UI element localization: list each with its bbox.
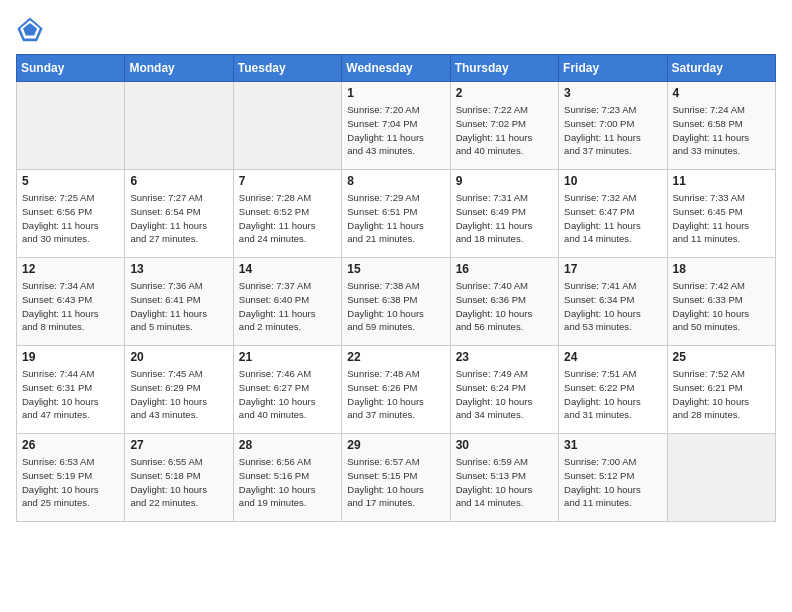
day-number: 3 [564,86,661,100]
calendar-cell: 15Sunrise: 7:38 AM Sunset: 6:38 PM Dayli… [342,258,450,346]
day-number: 15 [347,262,444,276]
week-row-2: 5Sunrise: 7:25 AM Sunset: 6:56 PM Daylig… [17,170,776,258]
day-number: 22 [347,350,444,364]
day-info: Sunrise: 7:36 AM Sunset: 6:41 PM Dayligh… [130,279,227,334]
day-info: Sunrise: 7:38 AM Sunset: 6:38 PM Dayligh… [347,279,444,334]
day-number: 28 [239,438,336,452]
day-number: 19 [22,350,119,364]
day-number: 29 [347,438,444,452]
day-info: Sunrise: 7:44 AM Sunset: 6:31 PM Dayligh… [22,367,119,422]
calendar-cell [125,82,233,170]
column-header-tuesday: Tuesday [233,55,341,82]
column-header-saturday: Saturday [667,55,775,82]
calendar-cell: 26Sunrise: 6:53 AM Sunset: 5:19 PM Dayli… [17,434,125,522]
day-info: Sunrise: 7:42 AM Sunset: 6:33 PM Dayligh… [673,279,770,334]
calendar-cell: 12Sunrise: 7:34 AM Sunset: 6:43 PM Dayli… [17,258,125,346]
column-header-sunday: Sunday [17,55,125,82]
day-number: 12 [22,262,119,276]
day-number: 21 [239,350,336,364]
day-info: Sunrise: 7:40 AM Sunset: 6:36 PM Dayligh… [456,279,553,334]
calendar-cell: 25Sunrise: 7:52 AM Sunset: 6:21 PM Dayli… [667,346,775,434]
day-number: 6 [130,174,227,188]
day-number: 31 [564,438,661,452]
day-number: 30 [456,438,553,452]
day-number: 25 [673,350,770,364]
calendar-cell: 3Sunrise: 7:23 AM Sunset: 7:00 PM Daylig… [559,82,667,170]
day-info: Sunrise: 7:49 AM Sunset: 6:24 PM Dayligh… [456,367,553,422]
day-number: 2 [456,86,553,100]
day-number: 24 [564,350,661,364]
day-info: Sunrise: 7:46 AM Sunset: 6:27 PM Dayligh… [239,367,336,422]
calendar-cell: 16Sunrise: 7:40 AM Sunset: 6:36 PM Dayli… [450,258,558,346]
calendar-cell [667,434,775,522]
column-header-wednesday: Wednesday [342,55,450,82]
week-row-3: 12Sunrise: 7:34 AM Sunset: 6:43 PM Dayli… [17,258,776,346]
day-info: Sunrise: 7:28 AM Sunset: 6:52 PM Dayligh… [239,191,336,246]
calendar-cell: 23Sunrise: 7:49 AM Sunset: 6:24 PM Dayli… [450,346,558,434]
day-info: Sunrise: 7:22 AM Sunset: 7:02 PM Dayligh… [456,103,553,158]
week-row-4: 19Sunrise: 7:44 AM Sunset: 6:31 PM Dayli… [17,346,776,434]
calendar-cell: 22Sunrise: 7:48 AM Sunset: 6:26 PM Dayli… [342,346,450,434]
day-info: Sunrise: 7:24 AM Sunset: 6:58 PM Dayligh… [673,103,770,158]
calendar-cell: 29Sunrise: 6:57 AM Sunset: 5:15 PM Dayli… [342,434,450,522]
day-info: Sunrise: 7:41 AM Sunset: 6:34 PM Dayligh… [564,279,661,334]
day-number: 14 [239,262,336,276]
calendar-cell: 7Sunrise: 7:28 AM Sunset: 6:52 PM Daylig… [233,170,341,258]
day-info: Sunrise: 6:56 AM Sunset: 5:16 PM Dayligh… [239,455,336,510]
day-number: 10 [564,174,661,188]
page-header [16,16,776,44]
day-info: Sunrise: 7:48 AM Sunset: 6:26 PM Dayligh… [347,367,444,422]
calendar-cell: 20Sunrise: 7:45 AM Sunset: 6:29 PM Dayli… [125,346,233,434]
day-info: Sunrise: 7:45 AM Sunset: 6:29 PM Dayligh… [130,367,227,422]
day-info: Sunrise: 7:25 AM Sunset: 6:56 PM Dayligh… [22,191,119,246]
day-info: Sunrise: 7:23 AM Sunset: 7:00 PM Dayligh… [564,103,661,158]
day-info: Sunrise: 6:55 AM Sunset: 5:18 PM Dayligh… [130,455,227,510]
week-row-1: 1Sunrise: 7:20 AM Sunset: 7:04 PM Daylig… [17,82,776,170]
calendar-cell: 11Sunrise: 7:33 AM Sunset: 6:45 PM Dayli… [667,170,775,258]
calendar-cell: 9Sunrise: 7:31 AM Sunset: 6:49 PM Daylig… [450,170,558,258]
calendar-cell: 24Sunrise: 7:51 AM Sunset: 6:22 PM Dayli… [559,346,667,434]
calendar-cell [17,82,125,170]
calendar-table: SundayMondayTuesdayWednesdayThursdayFrid… [16,54,776,522]
calendar-cell: 30Sunrise: 6:59 AM Sunset: 5:13 PM Dayli… [450,434,558,522]
day-number: 1 [347,86,444,100]
day-number: 4 [673,86,770,100]
calendar-cell: 1Sunrise: 7:20 AM Sunset: 7:04 PM Daylig… [342,82,450,170]
day-info: Sunrise: 7:37 AM Sunset: 6:40 PM Dayligh… [239,279,336,334]
day-info: Sunrise: 7:00 AM Sunset: 5:12 PM Dayligh… [564,455,661,510]
day-number: 11 [673,174,770,188]
calendar-cell [233,82,341,170]
logo-icon [16,16,44,44]
calendar-cell: 28Sunrise: 6:56 AM Sunset: 5:16 PM Dayli… [233,434,341,522]
header-row: SundayMondayTuesdayWednesdayThursdayFrid… [17,55,776,82]
day-number: 26 [22,438,119,452]
day-number: 23 [456,350,553,364]
calendar-cell: 6Sunrise: 7:27 AM Sunset: 6:54 PM Daylig… [125,170,233,258]
day-info: Sunrise: 7:31 AM Sunset: 6:49 PM Dayligh… [456,191,553,246]
calendar-cell: 17Sunrise: 7:41 AM Sunset: 6:34 PM Dayli… [559,258,667,346]
calendar-cell: 31Sunrise: 7:00 AM Sunset: 5:12 PM Dayli… [559,434,667,522]
day-info: Sunrise: 7:27 AM Sunset: 6:54 PM Dayligh… [130,191,227,246]
day-info: Sunrise: 7:29 AM Sunset: 6:51 PM Dayligh… [347,191,444,246]
day-info: Sunrise: 7:32 AM Sunset: 6:47 PM Dayligh… [564,191,661,246]
day-info: Sunrise: 7:52 AM Sunset: 6:21 PM Dayligh… [673,367,770,422]
day-number: 16 [456,262,553,276]
day-number: 20 [130,350,227,364]
day-info: Sunrise: 7:33 AM Sunset: 6:45 PM Dayligh… [673,191,770,246]
day-info: Sunrise: 7:34 AM Sunset: 6:43 PM Dayligh… [22,279,119,334]
day-info: Sunrise: 6:53 AM Sunset: 5:19 PM Dayligh… [22,455,119,510]
calendar-cell: 14Sunrise: 7:37 AM Sunset: 6:40 PM Dayli… [233,258,341,346]
day-number: 7 [239,174,336,188]
day-info: Sunrise: 6:57 AM Sunset: 5:15 PM Dayligh… [347,455,444,510]
day-info: Sunrise: 7:51 AM Sunset: 6:22 PM Dayligh… [564,367,661,422]
calendar-cell: 8Sunrise: 7:29 AM Sunset: 6:51 PM Daylig… [342,170,450,258]
calendar-cell: 27Sunrise: 6:55 AM Sunset: 5:18 PM Dayli… [125,434,233,522]
day-number: 5 [22,174,119,188]
logo [16,16,48,44]
day-info: Sunrise: 6:59 AM Sunset: 5:13 PM Dayligh… [456,455,553,510]
column-header-thursday: Thursday [450,55,558,82]
day-number: 13 [130,262,227,276]
column-header-monday: Monday [125,55,233,82]
day-number: 17 [564,262,661,276]
calendar-cell: 10Sunrise: 7:32 AM Sunset: 6:47 PM Dayli… [559,170,667,258]
